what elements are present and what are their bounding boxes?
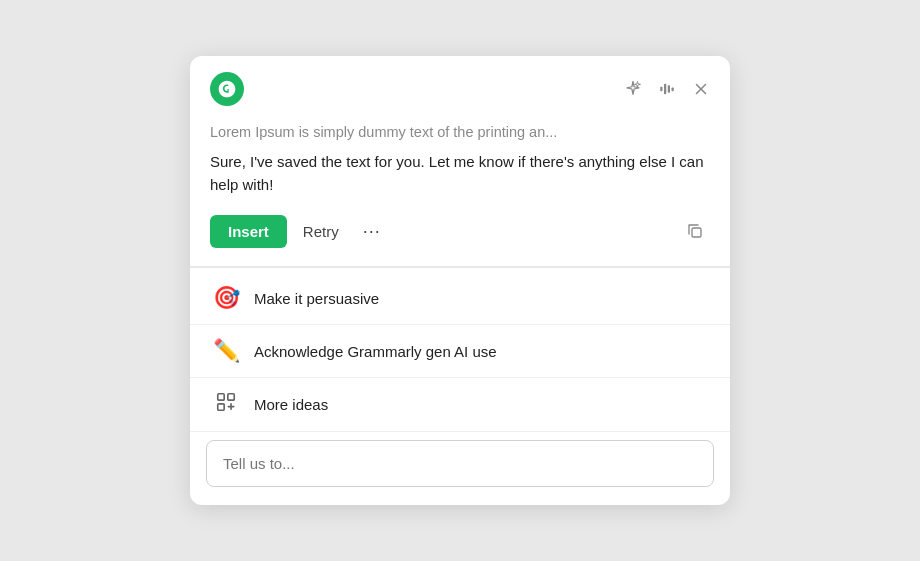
more-ideas-label: More ideas — [254, 396, 328, 413]
response-text: Sure, I've saved the text for you. Let m… — [210, 150, 710, 197]
svg-rect-6 — [692, 228, 701, 237]
tell-us-container — [206, 440, 714, 487]
svg-rect-2 — [668, 85, 670, 93]
grammarly-logo — [210, 72, 244, 106]
more-options-button[interactable]: ··· — [355, 217, 389, 246]
close-icon[interactable] — [692, 80, 710, 98]
text-preview: Lorem Ipsum is simply dummy text of the … — [210, 124, 710, 140]
more-ideas-icon — [212, 391, 240, 418]
top-section: Lorem Ipsum is simply dummy text of the … — [190, 56, 730, 267]
header-icons — [624, 80, 710, 98]
svg-rect-3 — [672, 88, 674, 92]
action-bar: Insert Retry ··· — [210, 215, 710, 248]
header — [210, 72, 710, 106]
retry-button[interactable]: Retry — [291, 215, 351, 248]
copy-button[interactable] — [680, 218, 710, 244]
suggestion-item-acknowledge[interactable]: ✏️ Acknowledge Grammarly gen AI use — [190, 325, 730, 378]
insert-button[interactable]: Insert — [210, 215, 287, 248]
grammarly-widget: Lorem Ipsum is simply dummy text of the … — [190, 56, 730, 505]
copy-icon — [686, 222, 704, 240]
svg-rect-7 — [218, 394, 224, 400]
sparkle-icon[interactable] — [624, 80, 642, 98]
svg-rect-0 — [660, 87, 662, 92]
acknowledge-icon: ✏️ — [212, 338, 240, 364]
suggestion-item-persuasive[interactable]: 🎯 Make it persuasive — [190, 272, 730, 325]
tell-us-input[interactable] — [206, 440, 714, 487]
grammarly-g-icon — [217, 79, 237, 99]
svg-rect-9 — [218, 404, 224, 410]
svg-rect-8 — [228, 394, 234, 400]
svg-rect-1 — [664, 84, 666, 95]
audio-bars-icon[interactable] — [658, 80, 676, 98]
bottom-section: 🎯 Make it persuasive ✏️ Acknowledge Gram… — [190, 268, 730, 505]
acknowledge-label: Acknowledge Grammarly gen AI use — [254, 343, 497, 360]
persuasive-label: Make it persuasive — [254, 290, 379, 307]
persuasive-icon: 🎯 — [212, 285, 240, 311]
suggestion-item-more-ideas[interactable]: More ideas — [190, 378, 730, 432]
